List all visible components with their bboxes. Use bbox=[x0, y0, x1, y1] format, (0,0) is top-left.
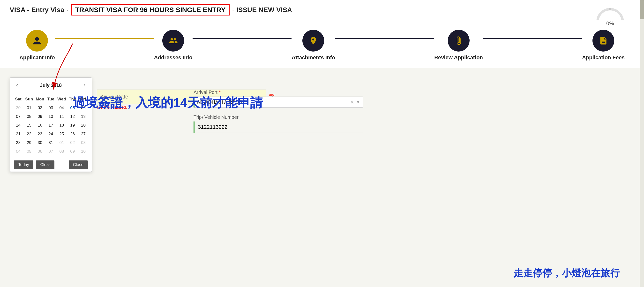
step-circle-fees bbox=[592, 30, 614, 52]
cal-day[interactable]: 04 bbox=[56, 104, 67, 112]
step-review[interactable]: Review Application bbox=[434, 30, 483, 61]
cal-day[interactable]: 03 bbox=[46, 104, 56, 112]
red-arrow-annotation bbox=[39, 41, 78, 95]
required-marker: * bbox=[219, 90, 221, 95]
cal-day[interactable]: 08 bbox=[56, 147, 67, 156]
page-header: VISA - Entry Visa · TRANSIT VISA FOR 96 … bbox=[0, 0, 644, 20]
cal-day[interactable]: 12 bbox=[67, 112, 78, 121]
cal-day[interactable]: 11 bbox=[56, 112, 67, 121]
trip-vehicle-input[interactable] bbox=[197, 122, 363, 133]
cal-day[interactable]: 02 bbox=[34, 104, 46, 112]
trip-vehicle-input-wrapper bbox=[194, 122, 363, 133]
step-label-attachments: Attachments Info bbox=[292, 54, 335, 61]
step-line-2 bbox=[192, 38, 292, 39]
cal-day[interactable]: 01 bbox=[56, 138, 67, 147]
trip-vehicle-label: Trip\ Vehicle Number bbox=[194, 114, 363, 120]
cal-day[interactable]: 02 bbox=[67, 138, 78, 147]
cal-day[interactable]: 15 bbox=[24, 121, 34, 130]
chinese-footer-annotation: 走走停停，小燈泡在旅行 bbox=[513, 266, 620, 280]
cal-day[interactable]: 03 bbox=[78, 138, 89, 147]
calendar-week-4: 21 22 23 24 25 26 27 bbox=[13, 130, 89, 138]
dow-mon: Mon bbox=[34, 95, 46, 104]
separator1: · bbox=[67, 6, 69, 14]
cal-day[interactable]: 05 bbox=[24, 147, 34, 156]
cal-day[interactable]: 23 bbox=[34, 130, 46, 138]
separator2: · bbox=[232, 6, 234, 14]
clear-select-icon[interactable]: ✕ bbox=[350, 99, 354, 105]
cal-day[interactable]: 27 bbox=[78, 130, 89, 138]
cal-day[interactable]: 09 bbox=[67, 147, 78, 156]
cal-day[interactable]: 30 bbox=[34, 138, 46, 147]
cal-day[interactable]: 06 bbox=[34, 147, 46, 156]
dow-sun: Sun bbox=[24, 95, 34, 104]
cal-day[interactable]: 29 bbox=[24, 138, 34, 147]
visa-type-label: TRANSIT VISA FOR 96 HOURS SINGLE ENTRY bbox=[71, 4, 230, 16]
calendar-week-2: 07 08 09 10 11 12 13 bbox=[13, 112, 89, 121]
calendar-next-button[interactable]: › bbox=[81, 81, 88, 89]
cal-day[interactable]: 13 bbox=[78, 112, 89, 121]
cal-day[interactable]: 18 bbox=[56, 121, 67, 130]
action-label: ISSUE NEW VISA bbox=[236, 6, 292, 14]
cal-day[interactable]: 01 bbox=[24, 104, 34, 112]
calendar-today-button[interactable]: Today bbox=[14, 160, 34, 169]
cal-day[interactable]: 07 bbox=[13, 112, 24, 121]
cal-day[interactable]: 22 bbox=[24, 130, 34, 138]
cal-day[interactable]: 17 bbox=[46, 121, 56, 130]
visa-prefix-label: VISA - Entry Visa bbox=[10, 6, 64, 14]
step-line-4 bbox=[483, 38, 582, 39]
select-icons: ✕ ▼ bbox=[350, 99, 360, 105]
step-line-3 bbox=[335, 38, 434, 39]
cal-day[interactable]: 28 bbox=[13, 138, 24, 147]
calendar-prev-button[interactable]: ‹ bbox=[14, 81, 20, 89]
calendar-week-6: 04 05 06 07 08 09 10 bbox=[13, 147, 89, 156]
cal-day[interactable]: 16 bbox=[34, 121, 46, 130]
cal-day[interactable]: 24 bbox=[46, 130, 56, 138]
step-addresses[interactable]: Addresses Info bbox=[154, 30, 192, 61]
cal-day[interactable]: 04 bbox=[13, 147, 24, 156]
step-circle-attachments bbox=[302, 30, 324, 52]
step-label-review: Review Application bbox=[434, 54, 483, 61]
calendar-week-5: 28 29 30 31 01 02 03 bbox=[13, 138, 89, 147]
scrollbar[interactable] bbox=[640, 0, 644, 287]
cal-day[interactable]: 20 bbox=[78, 121, 89, 130]
scrollbar-thumb[interactable] bbox=[640, 0, 644, 19]
calendar-clear-button[interactable]: Clear bbox=[36, 160, 54, 169]
cal-day[interactable]: 26 bbox=[67, 130, 78, 138]
step-attachments[interactable]: Attachments Info bbox=[292, 30, 335, 61]
dow-tue: Tue bbox=[46, 95, 56, 104]
cal-day[interactable]: 10 bbox=[78, 147, 89, 156]
calendar-week-3: 14 15 16 17 18 19 20 bbox=[13, 121, 89, 130]
calendar-close-button[interactable]: Close bbox=[69, 160, 88, 169]
cal-day[interactable]: 31 bbox=[46, 138, 56, 147]
dropdown-arrow-icon[interactable]: ▼ bbox=[356, 100, 360, 105]
cal-day[interactable]: 21 bbox=[13, 130, 24, 138]
calendar-footer: Today Clear Close bbox=[10, 158, 92, 172]
cal-day[interactable]: 30 bbox=[13, 104, 24, 112]
step-label-fees: Application Fees bbox=[582, 54, 625, 61]
dow-wed: Wed bbox=[56, 95, 67, 104]
stepper: Applicant Info Addresses Info Attachment… bbox=[0, 20, 644, 68]
cal-day[interactable]: 07 bbox=[46, 147, 56, 156]
step-fees[interactable]: Application Fees bbox=[582, 30, 625, 61]
step-circle-addresses bbox=[162, 30, 184, 52]
cal-day[interactable]: 14 bbox=[13, 121, 24, 130]
step-circle-review bbox=[448, 30, 470, 52]
cal-day[interactable]: 25 bbox=[56, 130, 67, 138]
trip-vehicle-group: Trip\ Vehicle Number bbox=[194, 114, 363, 133]
chinese-main-annotation: 過境簽證，入境的14天前才能申請 bbox=[72, 94, 263, 111]
step-line-1 bbox=[55, 38, 154, 39]
cal-day[interactable]: 19 bbox=[67, 121, 78, 130]
dow-sat: Sat bbox=[13, 95, 24, 104]
progress-label: 0% bbox=[596, 20, 625, 26]
step-label-addresses: Addresses Info bbox=[154, 54, 192, 61]
cal-day[interactable]: 10 bbox=[46, 112, 56, 121]
cal-day[interactable]: 08 bbox=[24, 112, 34, 121]
cal-day[interactable]: 09 bbox=[34, 112, 46, 121]
progress-circle-container: 0% bbox=[596, 7, 625, 26]
